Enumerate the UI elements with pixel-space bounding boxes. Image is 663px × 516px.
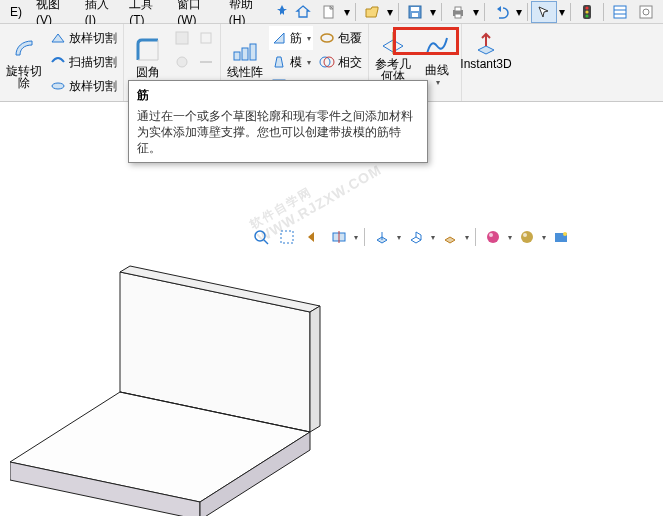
svg-point-26 bbox=[321, 34, 333, 42]
svg-point-36 bbox=[487, 231, 499, 243]
undo-icon[interactable] bbox=[488, 1, 514, 23]
instant3d-button[interactable]: Instant3D bbox=[466, 26, 506, 72]
dis1-button bbox=[172, 26, 192, 50]
svg-point-38 bbox=[521, 231, 533, 243]
loft-cut-icon bbox=[50, 30, 66, 46]
sweep-cut-icon bbox=[50, 54, 66, 70]
dis2-button bbox=[172, 50, 192, 74]
new-dropdown[interactable]: ▾ bbox=[342, 5, 352, 19]
svg-rect-22 bbox=[242, 48, 248, 60]
svg-point-16 bbox=[52, 83, 64, 89]
svg-rect-21 bbox=[234, 52, 240, 60]
intersect-icon bbox=[319, 54, 335, 70]
svg-point-39 bbox=[523, 233, 527, 237]
tooltip-body: 通过在一个或多个草图轮廓和现有零件之间添加材料为实体添加薄壁支撑。您也可以创建带… bbox=[137, 108, 419, 156]
prev-view-icon[interactable] bbox=[302, 226, 324, 248]
zoom-area-icon[interactable] bbox=[276, 226, 298, 248]
quick-toolbar: ▾ ▾ ▾ ▾ ▾ ▾ bbox=[290, 1, 659, 23]
svg-rect-2 bbox=[411, 7, 419, 11]
tooltip: 筋 通过在一个或多个草图轮廓和现有零件之间添加材料为实体添加薄壁支撑。您也可以创… bbox=[128, 80, 428, 163]
viewport[interactable]: 软件自学网 WWW.RJZXW.COM ▾ ▾ ▾ ▾ ▾ ▾ * bbox=[0, 102, 663, 516]
render-icon[interactable] bbox=[550, 226, 572, 248]
traffic-icon[interactable] bbox=[574, 1, 600, 23]
appearance-dd[interactable]: ▾ bbox=[508, 233, 512, 242]
svg-rect-23 bbox=[250, 44, 256, 60]
display-style-dd[interactable]: ▾ bbox=[431, 233, 435, 242]
svg-rect-5 bbox=[455, 7, 461, 11]
svg-rect-11 bbox=[614, 6, 626, 18]
svg-marker-48 bbox=[310, 306, 320, 432]
view-orient-icon[interactable] bbox=[371, 226, 393, 248]
dis5-button bbox=[196, 50, 216, 74]
save-dropdown[interactable]: ▾ bbox=[428, 5, 438, 19]
pin-icon[interactable] bbox=[276, 4, 288, 19]
config-icon[interactable] bbox=[633, 1, 659, 23]
new-icon[interactable] bbox=[316, 1, 342, 23]
sweep-cut-button[interactable]: 扫描切割 bbox=[48, 50, 119, 74]
zoom-fit-icon[interactable] bbox=[250, 226, 272, 248]
draft-button[interactable]: 模▾ bbox=[269, 50, 313, 74]
svg-point-18 bbox=[177, 57, 187, 67]
view-toolbar: ▾ ▾ ▾ ▾ ▾ ▾ bbox=[250, 225, 572, 249]
intersect-button[interactable]: 相交 bbox=[317, 50, 364, 74]
wrap-icon bbox=[319, 30, 335, 46]
draft-icon bbox=[271, 54, 287, 70]
loft-cut2-button[interactable]: 放样切割 bbox=[48, 74, 119, 98]
svg-point-9 bbox=[585, 10, 588, 13]
hide-show-icon[interactable] bbox=[439, 226, 461, 248]
menubar: E) 视图(V) 插入(I) 工具(T) 窗口(W) 帮助(H) ▾ ▾ ▾ ▾… bbox=[0, 0, 663, 24]
menu-edit-frag[interactable]: E) bbox=[4, 3, 28, 21]
undo-dropdown[interactable]: ▾ bbox=[514, 5, 524, 19]
appearance-icon[interactable] bbox=[482, 226, 504, 248]
ribbon-group-cut: 旋转切 除 放样切割 扫描切割 放样切割 bbox=[0, 24, 124, 101]
loft-cut2-icon bbox=[50, 78, 66, 94]
print-dropdown[interactable]: ▾ bbox=[471, 5, 481, 19]
scene-icon[interactable] bbox=[516, 226, 538, 248]
tooltip-title: 筋 bbox=[137, 87, 419, 104]
scene-dd[interactable]: ▾ bbox=[542, 233, 546, 242]
rib-button[interactable]: 筋▾ bbox=[269, 26, 313, 50]
revolve-cut-label: 旋转切 除 bbox=[6, 65, 42, 89]
rib-icon bbox=[271, 30, 287, 46]
svg-point-30 bbox=[255, 231, 265, 241]
open-dropdown[interactable]: ▾ bbox=[385, 5, 395, 19]
display-style-icon[interactable] bbox=[405, 226, 427, 248]
print-icon[interactable] bbox=[445, 1, 471, 23]
svg-point-37 bbox=[489, 233, 493, 237]
view-orient-dd[interactable]: ▾ bbox=[397, 233, 401, 242]
save-icon[interactable] bbox=[402, 1, 428, 23]
svg-rect-32 bbox=[281, 231, 293, 243]
model-part[interactable] bbox=[10, 252, 370, 516]
svg-rect-19 bbox=[201, 33, 211, 43]
select-dropdown[interactable]: ▾ bbox=[557, 5, 567, 19]
svg-point-8 bbox=[585, 6, 588, 9]
section-dd[interactable]: ▾ bbox=[354, 233, 358, 242]
svg-line-31 bbox=[264, 240, 268, 244]
home-icon[interactable] bbox=[290, 1, 316, 23]
svg-point-41 bbox=[563, 232, 567, 236]
svg-rect-14 bbox=[640, 6, 652, 18]
svg-point-10 bbox=[585, 14, 588, 17]
open-icon[interactable] bbox=[359, 1, 385, 23]
select-arrow-icon[interactable] bbox=[531, 1, 557, 23]
section-icon[interactable] bbox=[328, 226, 350, 248]
svg-rect-3 bbox=[412, 13, 418, 17]
loft-cut-button[interactable]: 放样切割 bbox=[48, 26, 119, 50]
svg-rect-6 bbox=[455, 14, 461, 18]
sheet-icon[interactable] bbox=[607, 1, 633, 23]
ribbon-group-instant: Instant3D bbox=[462, 24, 510, 101]
wrap-button[interactable]: 包覆 bbox=[317, 26, 364, 50]
revolve-cut-button[interactable]: 旋转切 除 bbox=[4, 33, 44, 91]
svg-rect-17 bbox=[176, 32, 188, 44]
dis4-button bbox=[196, 26, 216, 50]
hide-show-dd[interactable]: ▾ bbox=[465, 233, 469, 242]
